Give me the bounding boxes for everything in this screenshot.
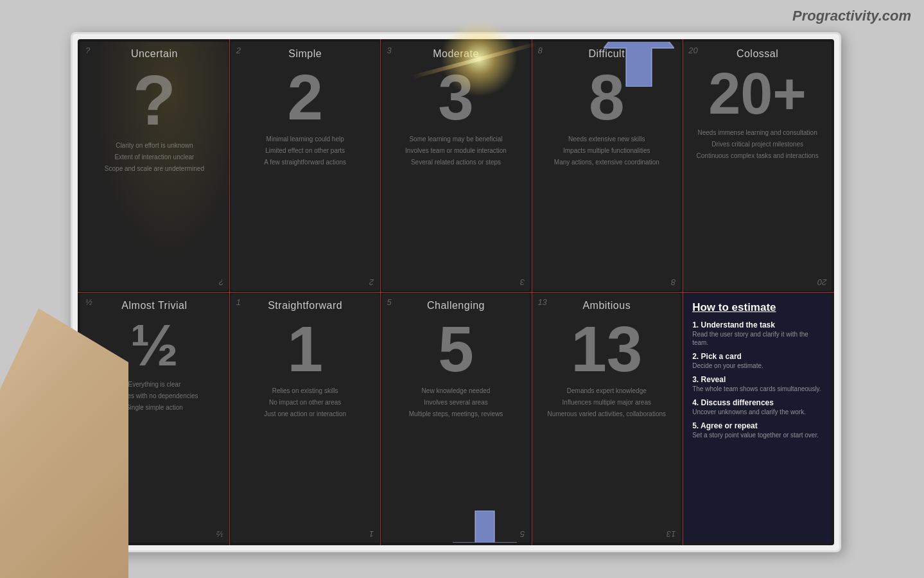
card-ambitious: 13 Ambitious 13 Demands expert knowledge… [532,293,681,543]
how-to-step-3-title: 3. Reveal [692,375,823,384]
card-difficult-corner-tl: 8 [537,46,542,55]
how-to-step-4: 4. Discuss differences Uncover unknowns … [692,398,823,416]
card-moderate-corner-br: 3 [520,277,525,287]
card-challenging-number: 5 [438,317,474,381]
card-moderate-bullets: Some learning may be beneficial Involves… [405,134,507,169]
card-ambitious-corner-tl: 13 [537,297,546,307]
how-to-step-1-desc: Read the user story and clarify it with … [692,330,823,347]
card-almost-trivial-title: Almost Trivial [121,300,187,311]
board-container: ? Uncertain ? Clarity on effort is unkno… [71,32,841,552]
card-straightforward-bullets: Relies on existing skills No impact on o… [264,386,346,421]
card-ambitious-bullets: Demands expert knowledge Influences mult… [548,386,667,421]
card-colossal-corner-br: 20 [817,277,826,287]
card-simple-title: Simple [288,48,322,60]
card-straightforward-title: Straightforward [268,300,342,311]
arrow-down-icon [453,511,517,543]
card-simple-corner-tl: 2 [236,46,241,55]
card-straightforward-corner-tl: 1 [236,297,241,307]
card-moderate-corner-tl: 3 [387,46,392,55]
how-to-step-5: 5. Agree or repeat Set a story point val… [692,421,823,439]
how-to-estimate-card: How to estimate 1. Understand the task R… [683,293,832,543]
svg-marker-0 [604,42,674,87]
how-to-step-1: 1. Understand the task Read the user sto… [692,320,823,347]
card-straightforward: 1 Straightforward 1 Relies on existing s… [231,293,379,543]
how-to-step-3-desc: The whole team shows cards simultaneousl… [692,385,823,393]
card-colossal-number: 20+ [708,65,806,123]
card-uncertain-bullets: Clarity on effort is unknown Extent of i… [105,141,204,175]
card-difficult-corner-br: 8 [671,277,676,287]
card-challenging-title: Challenging [427,300,485,311]
svg-marker-1 [453,511,517,543]
card-colossal: 20 Colossal 20+ Needs immense learning a… [683,42,832,291]
how-to-step-4-desc: Uncover unknowns and clarify the work. [692,408,823,416]
card-challenging-corner-br: 5 [520,529,525,539]
card-uncertain-corner-tl: ? [85,46,90,55]
card-ambitious-title: Ambitious [582,300,631,311]
card-almost-trivial-corner-br: ½ [216,529,223,539]
card-almost-trivial-number: ½ [130,317,179,374]
card-uncertain-number: ? [133,65,176,136]
card-colossal-corner-tl: 20 [688,46,697,55]
card-challenging-corner-tl: 5 [387,297,392,307]
card-challenging-bullets: New knowledge needed Involves several ar… [409,386,503,421]
card-simple-number: 2 [287,65,323,129]
how-to-step-5-title: 5. Agree or repeat [692,421,823,430]
card-moderate-title: Moderate [433,48,479,60]
card-challenging: 5 Challenging 5 New knowledge needed Inv… [382,293,530,543]
how-to-step-5-desc: Set a story point value together or star… [692,431,823,439]
card-simple-bullets: Minimal learning could help Limited effe… [264,134,346,169]
card-moderate-number: 3 [438,65,474,129]
card-colossal-title: Colossal [737,48,778,60]
card-colossal-bullets: Needs immense learning and consultation … [697,128,819,162]
arrow-up-icon [604,42,674,87]
card-simple-corner-br: 2 [369,277,374,287]
guide-line-h1 [78,292,834,293]
card-almost-trivial-corner-tl: ½ [85,297,92,307]
how-to-step-4-title: 4. Discuss differences [692,398,823,407]
card-moderate: 3 Moderate 3 Some learning may be benefi… [382,42,530,291]
card-difficult: 8 Difficult 8 Needs extensive new skills… [532,42,681,291]
card-uncertain: ? Uncertain ? Clarity on effort is unkno… [80,42,229,291]
board-inner: ? Uncertain ? Clarity on effort is unkno… [78,39,834,545]
card-straightforward-number: 1 [287,317,323,381]
card-simple: 2 Simple 2 Minimal learning could help L… [231,42,379,291]
card-ambitious-corner-br: 13 [667,529,676,539]
card-straightforward-corner-br: 1 [369,529,374,539]
how-to-step-3: 3. Reveal The whole team shows cards sim… [692,375,823,393]
how-to-title: How to estimate [692,301,823,314]
watermark-text: Progractivity.com [792,8,911,24]
card-ambitious-number: 13 [571,317,642,381]
how-to-step-2: 2. Pick a card Decide on your estimate. [692,352,823,370]
card-uncertain-corner-br: ? [219,277,223,287]
how-to-step-1-title: 1. Understand the task [692,320,823,329]
card-difficult-bullets: Needs extensive new skills Impacts multi… [554,134,659,169]
how-to-step-2-title: 2. Pick a card [692,352,823,361]
how-to-step-2-desc: Decide on your estimate. [692,362,823,370]
card-uncertain-title: Uncertain [131,48,178,60]
